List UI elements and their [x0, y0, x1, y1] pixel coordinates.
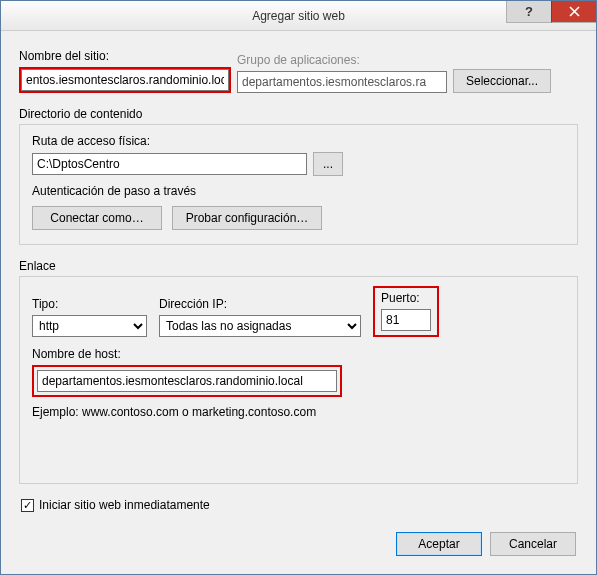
type-select[interactable]: http — [32, 315, 147, 337]
physical-path-label: Ruta de acceso física: — [32, 134, 565, 148]
port-label: Puerto: — [381, 291, 431, 305]
close-icon — [569, 6, 580, 17]
app-pool-input — [237, 71, 447, 93]
titlebar-buttons: ? — [506, 1, 596, 23]
start-immediately-row[interactable]: ✓ Iniciar sitio web inmediatamente — [21, 498, 210, 512]
ip-label: Dirección IP: — [159, 297, 361, 311]
select-app-pool-button[interactable]: Seleccionar... — [453, 69, 551, 93]
content-directory-group: Ruta de acceso física: ... Autenticación… — [19, 124, 578, 245]
start-immediately-checkbox[interactable]: ✓ — [21, 499, 34, 512]
type-label: Tipo: — [32, 297, 147, 311]
test-config-button[interactable]: Probar configuración… — [172, 206, 322, 230]
ip-select[interactable]: Todas las no asignadas — [159, 315, 361, 337]
hostname-label: Nombre de host: — [32, 347, 565, 361]
app-pool-label: Grupo de aplicaciones: — [237, 53, 447, 67]
hostname-input[interactable] — [37, 370, 337, 392]
binding-heading: Enlace — [19, 259, 578, 273]
accept-button[interactable]: Aceptar — [396, 532, 482, 556]
port-input[interactable] — [381, 309, 431, 331]
add-website-dialog: Agregar sitio web ? Nombre del sitio: Gr… — [0, 0, 597, 575]
browse-path-button[interactable]: ... — [313, 152, 343, 176]
connect-as-button[interactable]: Conectar como… — [32, 206, 162, 230]
titlebar: Agregar sitio web ? — [1, 1, 596, 31]
auth-passthrough-label: Autenticación de paso a través — [32, 184, 565, 198]
dialog-footer: Aceptar Cancelar — [396, 532, 576, 556]
physical-path-input[interactable] — [32, 153, 307, 175]
site-name-label: Nombre del sitio: — [19, 49, 231, 63]
start-immediately-label: Iniciar sitio web inmediatamente — [39, 498, 210, 512]
binding-group: Tipo: http Dirección IP: Todas las no as… — [19, 276, 578, 484]
content-directory-heading: Directorio de contenido — [19, 107, 578, 121]
dialog-body: Nombre del sitio: Grupo de aplicaciones:… — [1, 31, 596, 484]
cancel-button[interactable]: Cancelar — [490, 532, 576, 556]
help-button[interactable]: ? — [506, 1, 551, 23]
window-title: Agregar sitio web — [252, 9, 345, 23]
close-button[interactable] — [551, 1, 596, 23]
hostname-example: Ejemplo: www.contoso.com o marketing.con… — [32, 405, 565, 419]
site-name-input[interactable] — [21, 69, 229, 91]
